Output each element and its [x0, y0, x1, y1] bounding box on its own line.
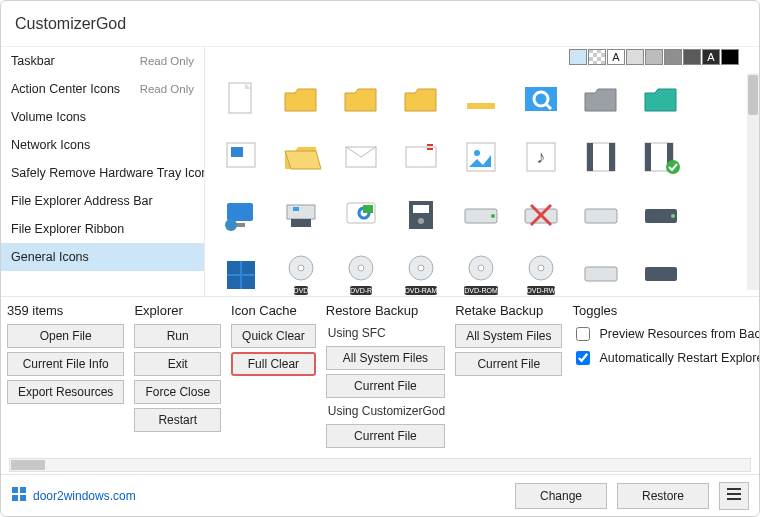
swatch[interactable] — [721, 49, 739, 65]
icon-item[interactable] — [455, 131, 507, 183]
vertical-scrollbar[interactable] — [747, 73, 759, 290]
icon-item[interactable]: DVD-RW — [515, 247, 567, 296]
scroll-thumb[interactable] — [748, 75, 758, 115]
items-count: 359 items — [7, 303, 124, 318]
icon-item[interactable] — [395, 189, 447, 241]
retake-all-button[interactable]: All System Files — [455, 324, 562, 348]
icon-pane: ♪DVDDVD-RDVD-RAMDVD-ROMDVD-RW — [205, 67, 759, 296]
sidebar-item-general-icons[interactable]: General Icons — [1, 243, 204, 271]
quick-clear-button[interactable]: Quick Clear — [231, 324, 316, 348]
panel-title-toggles: Toggles — [572, 303, 759, 318]
sidebar-item-file-explorer-address-bar[interactable]: File Explorer Address Bar — [1, 187, 204, 215]
sidebar-item-taskbar[interactable]: TaskbarRead Only — [1, 47, 204, 75]
svg-rect-19 — [645, 143, 651, 171]
sidebar-item-network-icons[interactable]: Network Icons — [1, 131, 204, 159]
icon-item[interactable] — [335, 131, 387, 183]
icon-item[interactable] — [275, 73, 327, 125]
bottom-panels: 359 items Open File Current File Info Ex… — [1, 297, 759, 452]
icon-item[interactable] — [635, 247, 687, 296]
icon-item[interactable] — [515, 73, 567, 125]
svg-rect-16 — [587, 143, 593, 171]
swatch[interactable] — [645, 49, 663, 65]
toggle-preview-checkbox[interactable] — [576, 327, 590, 341]
sidebar-item-label: Safely Remove Hardware Tray Icon — [11, 166, 205, 180]
vendor-link[interactable]: door2windows.com — [11, 486, 136, 505]
icon-item[interactable] — [455, 189, 507, 241]
icon-item[interactable] — [215, 247, 267, 296]
svg-rect-60 — [12, 495, 18, 501]
menu-button[interactable] — [719, 482, 749, 510]
icon-item[interactable] — [635, 189, 687, 241]
icon-item[interactable]: ♪ — [515, 131, 567, 183]
svg-rect-42 — [227, 261, 240, 274]
sidebar-item-file-explorer-ribbon[interactable]: File Explorer Ribbon — [1, 215, 204, 243]
sidebar-item-volume-icons[interactable]: Volume Icons — [1, 103, 204, 131]
restore-cur-sfc-button[interactable]: Current File — [326, 374, 445, 398]
icon-item[interactable]: DVD-ROM — [455, 247, 507, 296]
panel-title-restore: Restore Backup — [326, 303, 445, 318]
icon-item[interactable] — [575, 73, 627, 125]
main-area: TaskbarRead OnlyAction Center IconsRead … — [1, 47, 759, 297]
swatch[interactable]: A — [702, 49, 720, 65]
export-resources-button[interactable]: Export Resources — [7, 380, 124, 404]
swatch[interactable] — [664, 49, 682, 65]
icon-item[interactable] — [275, 189, 327, 241]
footer: door2windows.com Change Restore — [1, 474, 759, 516]
icon-item[interactable] — [635, 73, 687, 125]
swatch[interactable]: A — [607, 49, 625, 65]
icon-item[interactable] — [575, 247, 627, 296]
icon-item[interactable] — [215, 73, 267, 125]
svg-rect-64 — [727, 498, 741, 500]
icon-item[interactable]: DVD — [275, 247, 327, 296]
icon-item[interactable]: DVD-R — [335, 247, 387, 296]
retake-cur-button[interactable]: Current File — [455, 352, 562, 376]
full-clear-button[interactable]: Full Clear — [231, 352, 316, 376]
svg-rect-62 — [727, 488, 741, 490]
hscroll-thumb[interactable] — [11, 460, 45, 470]
app-title: CustomizerGod — [15, 15, 126, 33]
swatch[interactable] — [569, 49, 587, 65]
swatch[interactable] — [588, 49, 606, 65]
icon-grid: ♪DVDDVD-RDVD-RAMDVD-ROMDVD-RW — [211, 73, 743, 290]
force-close-button[interactable]: Force Close — [134, 380, 221, 404]
restart-button[interactable]: Restart — [134, 408, 221, 432]
svg-rect-44 — [227, 276, 240, 289]
icon-item[interactable] — [215, 189, 267, 241]
toggle-autorestart-checkbox[interactable] — [576, 351, 590, 365]
sidebar-item-safely-remove-hardware-tray-icon[interactable]: Safely Remove Hardware Tray Icon — [1, 159, 204, 187]
sidebar-item-readonly-badge: Read Only — [140, 55, 194, 67]
toggle-preview[interactable]: Preview Resources from Backup — [572, 324, 759, 344]
icon-item[interactable] — [395, 73, 447, 125]
icon-item[interactable] — [335, 73, 387, 125]
restore-cur-cg-button[interactable]: Current File — [326, 424, 445, 448]
svg-point-34 — [491, 214, 495, 218]
icon-item[interactable] — [635, 131, 687, 183]
icon-item[interactable] — [335, 189, 387, 241]
svg-rect-56 — [585, 267, 617, 281]
sidebar-item-label: File Explorer Address Bar — [11, 194, 153, 208]
icon-item[interactable] — [215, 131, 267, 183]
change-button[interactable]: Change — [515, 483, 607, 509]
panel-explorer: Explorer Run Exit Force Close Restart — [134, 303, 221, 448]
icon-item[interactable] — [515, 189, 567, 241]
current-file-info-button[interactable]: Current File Info — [7, 352, 124, 376]
horizontal-scrollbar[interactable] — [9, 458, 751, 472]
icon-item[interactable] — [455, 73, 507, 125]
icon-item[interactable] — [575, 189, 627, 241]
run-button[interactable]: Run — [134, 324, 221, 348]
restore-button[interactable]: Restore — [617, 483, 709, 509]
swatch[interactable] — [683, 49, 701, 65]
icon-item[interactable]: DVD-RAM — [395, 247, 447, 296]
windows-logo-icon — [11, 486, 27, 505]
sidebar-item-action-center-icons[interactable]: Action Center IconsRead Only — [1, 75, 204, 103]
swatch[interactable] — [626, 49, 644, 65]
icon-item[interactable] — [575, 131, 627, 183]
restore-all-sfc-button[interactable]: All System Files — [326, 346, 445, 370]
toggle-autorestart[interactable]: Automatically Restart Explorer — [572, 348, 759, 368]
open-file-button[interactable]: Open File — [7, 324, 124, 348]
icon-item[interactable] — [275, 131, 327, 183]
exit-button[interactable]: Exit — [134, 352, 221, 376]
sidebar-item-label: Network Icons — [11, 138, 90, 152]
panel-title-iconcache: Icon Cache — [231, 303, 316, 318]
icon-item[interactable] — [395, 131, 447, 183]
